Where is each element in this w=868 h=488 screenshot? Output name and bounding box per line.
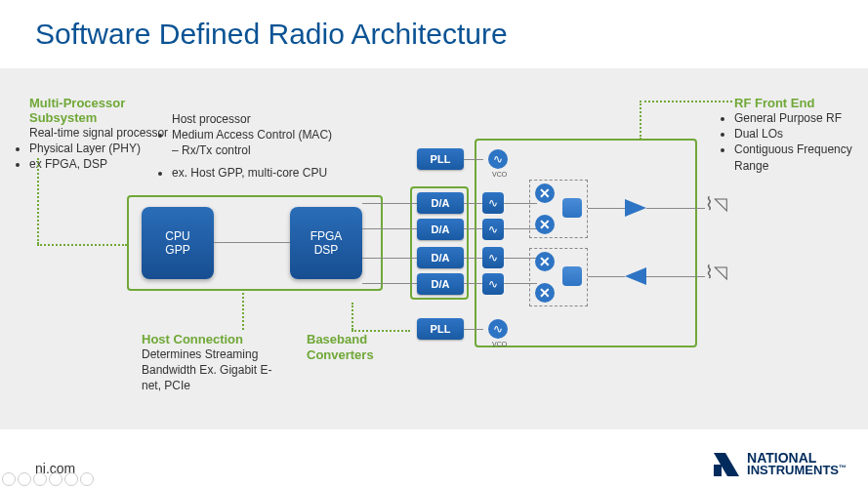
mp-sub2-item: ex. Host GPP, multi-core CPU [172, 165, 338, 181]
baseband-heading: Baseband Converters [307, 332, 414, 362]
mp-sub1-item: Physical Layer (PHY) [29, 141, 176, 156]
amplifier-rx-icon [625, 267, 646, 285]
cpu-block: CPU GPP [142, 207, 214, 279]
dotted-line [351, 330, 410, 332]
mp-sub1-title: Real-time signal processor [29, 125, 176, 141]
pll-bot: PLL [417, 318, 464, 340]
sig-line [464, 228, 483, 229]
rf-item: Contiguous Frequency Range [734, 142, 861, 173]
ni-logo: NATIONAL INSTRUMENTS™ [712, 451, 847, 478]
da-block: D/A [417, 192, 464, 214]
lowpass-filter-icon: ∿ [482, 219, 504, 240]
lowpass-filter-icon: ∿ [482, 247, 504, 268]
nav-circle[interactable] [33, 472, 47, 486]
mp-sub2-list: Medium Access Control (MAC) – Rx/Tx cont… [172, 127, 338, 181]
callout-host-conn: Host Connection Determines Streaming Ban… [142, 332, 278, 394]
callout-multiprocessor: Multi-Processor Subsystem Real-time sign… [29, 96, 176, 173]
da-block: D/A [417, 219, 464, 240]
rf-item: General Purpose RF [734, 110, 861, 126]
fpga-da-line [362, 228, 417, 229]
sine-glyph: ∿ [493, 152, 503, 166]
splitter-icon [562, 198, 582, 218]
lowpass-filter-icon: ∿ [482, 192, 504, 214]
nav-circle[interactable] [18, 472, 31, 486]
nav-circle[interactable] [80, 472, 94, 486]
fpga-block: FPGA DSP [290, 207, 362, 279]
cross-glyph: ✕ [539, 217, 551, 232]
nav-circle[interactable] [64, 472, 78, 486]
sine-glyph: ∿ [488, 277, 498, 291]
callout-rf: RF Front End General Purpose RF Dual LOs… [734, 96, 861, 174]
rf-heading: RF Front End [734, 96, 861, 110]
sig-line [464, 329, 483, 330]
vco-icon: ∿ [488, 319, 508, 339]
sig-line [646, 208, 705, 209]
host-heading: Host Connection [142, 332, 278, 346]
sine-glyph: ∿ [493, 322, 503, 336]
vco-icon: ∿ [488, 149, 508, 169]
rf-frontend-box [475, 139, 697, 347]
vco-label: VCO [492, 171, 507, 178]
fpga-da-line [362, 203, 417, 204]
cpu-fpga-link [214, 242, 290, 243]
vco-label: VCO [492, 341, 507, 347]
rf-item: Dual LOs [734, 126, 861, 142]
rf-list: General Purpose RF Dual LOs Contiguous F… [734, 110, 861, 174]
mp-sub2-title: Host processor [172, 111, 338, 127]
cpu-label2: GPP [165, 243, 189, 257]
fpga-label1: FPGA [310, 229, 343, 243]
ni-logo-icon [712, 451, 741, 478]
mixer-icon: ✕ [535, 283, 555, 303]
mp-sub1-list: Physical Layer (PHY) ex FPGA, DSP [29, 141, 176, 172]
callout-host-proc: Host processor Medium Access Control (MA… [172, 111, 338, 181]
dotted-line [640, 101, 732, 102]
dotted-line [640, 101, 641, 140]
fpga-da-line [362, 258, 417, 259]
fpga-da-line [362, 283, 417, 284]
cross-glyph: ✕ [539, 254, 551, 269]
dotted-line [37, 244, 127, 246]
sine-glyph: ∿ [488, 223, 498, 236]
antenna-icon: ⌇◹ [705, 193, 727, 215]
cpu-label1: CPU [165, 229, 189, 243]
sig-line [646, 276, 705, 277]
cross-glyph: ✕ [539, 285, 551, 301]
mixer-icon: ✕ [535, 215, 555, 234]
sig-line [588, 208, 625, 209]
mp-sub2-item: Medium Access Control (MAC) – Rx/Tx cont… [172, 127, 338, 158]
mp-heading: Multi-Processor Subsystem [29, 96, 176, 125]
dotted-line [37, 158, 39, 244]
fpga-label2: DSP [314, 243, 339, 257]
nav-circle[interactable] [2, 472, 16, 486]
sig-line [464, 159, 483, 160]
cross-glyph: ✕ [539, 185, 551, 201]
sine-glyph: ∿ [488, 251, 498, 264]
sig-line [464, 203, 483, 204]
sig-line [464, 283, 483, 284]
slide-title: Software Defined Radio Architecture [35, 18, 508, 51]
logo-text-bot: INSTRUMENTS™ [747, 465, 847, 476]
antenna-icon: ⌇◹ [705, 262, 727, 283]
mp-sub1-item: ex FPGA, DSP [29, 156, 176, 172]
da-block: D/A [417, 273, 464, 295]
callout-baseband: Baseband Converters [307, 332, 414, 362]
host-body: Determines Streaming Bandwidth Ex. Gigab… [142, 346, 278, 394]
svg-rect-0 [714, 465, 722, 476]
slide-nav-controls[interactable] [2, 472, 94, 486]
lowpass-filter-icon: ∿ [482, 273, 504, 295]
mixer-icon: ✕ [535, 252, 555, 271]
nav-circle[interactable] [49, 472, 62, 486]
amplifier-tx-icon [625, 199, 646, 217]
pll-top: PLL [417, 148, 464, 170]
dotted-line [242, 293, 244, 330]
dotted-line [351, 303, 353, 330]
da-block: D/A [417, 247, 464, 268]
sig-line [588, 276, 625, 277]
mixer-icon: ✕ [535, 183, 555, 203]
sig-line [464, 258, 483, 259]
sine-glyph: ∿ [488, 196, 498, 210]
splitter-icon [562, 266, 582, 286]
